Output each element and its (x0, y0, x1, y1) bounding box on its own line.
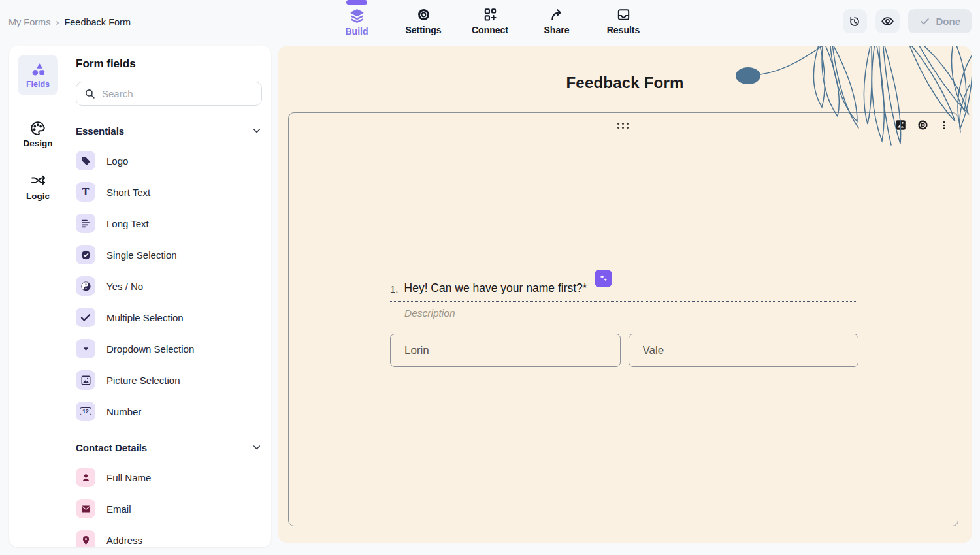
rail-item-logic[interactable]: Logic (26, 173, 50, 201)
first-name-input[interactable] (390, 334, 621, 367)
tab-share[interactable]: Share (538, 0, 576, 43)
search-input[interactable] (102, 88, 253, 99)
rail-logic-label: Logic (26, 191, 50, 201)
tab-build-label: Build (346, 26, 368, 37)
field-item-label: Email (106, 503, 131, 515)
caret-down-icon (76, 339, 95, 358)
history-button[interactable] (843, 9, 867, 33)
field-item-yes-no[interactable]: Yes / No (76, 270, 262, 302)
apps-plus-icon (483, 7, 498, 22)
rail-item-fields[interactable]: Fields (18, 55, 58, 95)
location-pin-icon (76, 530, 95, 547)
check-icon (919, 16, 930, 27)
tab-results-label: Results (607, 25, 640, 35)
rail-design-label: Design (23, 138, 52, 148)
tab-results[interactable]: Results (604, 0, 642, 43)
breadcrumb-separator: › (56, 16, 59, 27)
fields-search[interactable] (76, 82, 262, 106)
done-button[interactable]: Done (908, 9, 972, 33)
inbox-icon (616, 7, 631, 22)
share-arrow-icon (549, 7, 564, 22)
builder-rail: Fields Design Lo (9, 46, 67, 547)
field-item-long-text[interactable]: Long Text (76, 208, 262, 239)
field-item-label: Yes / No (106, 281, 143, 292)
field-item-full-name[interactable]: Full Name (76, 462, 262, 493)
question-text[interactable]: Hey! Can we have your name first?* (404, 281, 587, 295)
field-item-label: Address (106, 535, 142, 546)
tab-share-label: Share (544, 25, 570, 35)
history-restore-icon (848, 15, 861, 28)
field-item-label: Full Name (106, 472, 151, 483)
chevron-down-icon (252, 442, 262, 452)
palette-icon (29, 120, 46, 136)
field-item-address[interactable]: Address (76, 524, 262, 547)
essentials-list: Logo T Short Text Long Text (76, 145, 262, 427)
field-item-label: Single Selection (106, 249, 177, 261)
short-text-icon: T (76, 182, 95, 202)
field-item-logo[interactable]: Logo (76, 145, 262, 176)
field-item-short-text[interactable]: T Short Text (76, 176, 262, 208)
tab-connect-label: Connect (472, 25, 508, 35)
field-item-multiple-selection[interactable]: Multiple Selection (76, 302, 262, 333)
question-number: 1. (390, 283, 399, 295)
field-item-label: Multiple Selection (106, 312, 184, 323)
shapes-icon (30, 61, 46, 78)
tab-connect[interactable]: Connect (471, 0, 509, 43)
chevron-down-icon (252, 125, 262, 136)
preview-button[interactable] (875, 9, 900, 33)
question-line[interactable]: 1. Hey! Can we have your name first?* (390, 278, 858, 302)
number-icon: 12 (76, 402, 95, 421)
question-card[interactable]: 1. Hey! Can we have your name first?* De… (288, 112, 958, 526)
circle-check-icon (76, 245, 95, 264)
main-nav: Build Settings Connect (338, 0, 642, 43)
person-icon (76, 468, 95, 487)
checkmark-icon (76, 308, 95, 327)
section-essentials-label: Essentials (76, 125, 124, 136)
section-contact-details[interactable]: Contact Details (76, 441, 262, 454)
section-essentials[interactable]: Essentials (76, 124, 262, 137)
breadcrumb-current-form: Feedback Form (64, 17, 131, 27)
top-bar: My Forms › Feedback Form Build S (0, 0, 980, 43)
last-name-input[interactable] (629, 334, 859, 367)
yin-yang-icon (76, 276, 95, 296)
form-title[interactable]: Feedback Form (278, 74, 972, 92)
text-lines-icon (76, 214, 95, 233)
kebab-menu-icon[interactable] (939, 119, 949, 131)
question-description-placeholder[interactable]: Description (390, 308, 858, 319)
form-fields-title: Form fields (76, 57, 262, 71)
question-card-toolbar (894, 119, 949, 131)
tab-settings[interactable]: Settings (404, 0, 442, 43)
contact-details-list: Full Name Email Address (76, 462, 262, 547)
field-item-picture-selection[interactable]: Picture Selection (76, 364, 262, 396)
gear-icon (416, 7, 431, 22)
field-item-dropdown-selection[interactable]: Dropdown Selection (76, 333, 262, 364)
field-item-label: Logo (106, 155, 128, 166)
number-icon-digits: 12 (80, 407, 91, 416)
search-icon (84, 88, 95, 99)
question-block: 1. Hey! Can we have your name first?* De… (390, 278, 858, 367)
envelope-icon (76, 499, 95, 518)
name-inputs-row (390, 334, 858, 367)
form-fields-panel: Form fields Essentials (67, 46, 271, 547)
active-tab-indicator (346, 0, 367, 5)
rail-item-design[interactable]: Design (23, 120, 52, 148)
field-item-label: Number (106, 406, 141, 417)
layers-icon (350, 8, 365, 24)
section-contact-details-label: Contact Details (76, 442, 147, 453)
ai-assist-button[interactable] (595, 270, 612, 287)
done-button-label: Done (936, 16, 961, 27)
question-settings-gear-icon[interactable] (917, 119, 929, 131)
field-item-email[interactable]: Email (76, 493, 262, 524)
tab-build[interactable]: Build (338, 0, 376, 43)
tag-icon (76, 151, 95, 170)
tab-settings-label: Settings (405, 25, 441, 35)
field-item-single-selection[interactable]: Single Selection (76, 239, 262, 270)
breadcrumb-my-forms[interactable]: My Forms (8, 17, 50, 27)
field-item-number[interactable]: 12 Number (76, 396, 262, 427)
add-image-icon[interactable] (894, 119, 907, 131)
drag-handle-icon[interactable] (617, 123, 629, 129)
field-item-label: Dropdown Selection (106, 343, 194, 355)
image-icon (76, 370, 95, 390)
field-item-label: Picture Selection (106, 375, 180, 386)
topbar-actions: Done (843, 9, 972, 33)
